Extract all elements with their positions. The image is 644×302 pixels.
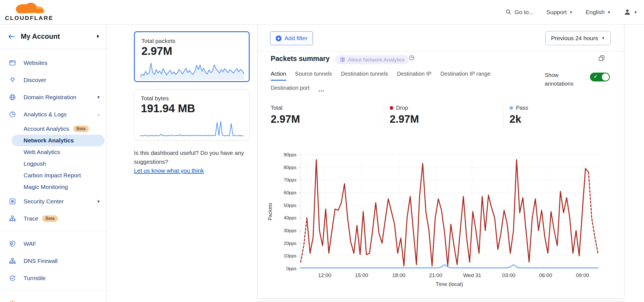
user-icon (623, 8, 631, 16)
time-range-dropdown[interactable]: Previous 24 hours ▼ (545, 31, 611, 45)
chevron-down-icon: ▼ (601, 36, 605, 40)
stat-total-label: Total (271, 105, 282, 111)
dimension-tabs-row2: Destination port... (271, 85, 324, 94)
packets-summary-panel: Add filter Previous 24 hours ▼ Packets s… (257, 25, 624, 299)
goto-search[interactable]: Go to... (505, 9, 534, 16)
domain-registration-icon (9, 94, 16, 101)
total-packets-label: Total packets (141, 38, 176, 44)
total-packets-card[interactable]: Total packets 2.97M (134, 31, 250, 82)
sidebar-item-trace[interactable]: TraceBeta (0, 210, 107, 227)
security-center-icon (9, 198, 16, 205)
tab-destination-ip[interactable]: Destination IP (397, 71, 432, 81)
svg-text:50pps: 50pps (284, 203, 296, 208)
expand-panel-icon[interactable] (598, 55, 605, 63)
chevron-down-icon: ▼ (634, 10, 637, 14)
svg-text:20pps: 20pps (284, 241, 296, 246)
packets-time-series-chart[interactable]: 0pps10pps20pps30pps40pps50pps60pps70pps8… (257, 150, 625, 294)
sidebar-item-discover[interactable]: Discover (0, 71, 107, 89)
language-label: English (585, 9, 605, 16)
legend-stats-row: Total 2.97M Drop 2.97M Pass 2k (257, 105, 624, 130)
sidebar-item-label: Discover (24, 77, 46, 83)
sidebar-divider (0, 231, 107, 231)
websites-icon (9, 59, 16, 66)
language-menu[interactable]: English ▼ (585, 9, 611, 16)
svg-text:70pps: 70pps (284, 177, 296, 183)
sidebar-item-domain-registration[interactable]: Domain Registration▼ (0, 89, 107, 106)
total-bytes-card[interactable]: Total bytes 191.94 MB (134, 89, 250, 141)
sidebar-item-label: Security Center (24, 198, 64, 205)
sidebar-item-waf[interactable]: WAF (0, 235, 107, 252)
sidebar-item-label: Trace (24, 215, 38, 222)
total-packets-value: 2.97M (141, 45, 172, 57)
sidebar-item-account-analytics[interactable]: Account AnalyticsBeta (0, 123, 107, 135)
back-arrow-icon[interactable] (7, 32, 16, 42)
more-tabs-button[interactable]: ... (318, 88, 324, 91)
discover-icon (9, 76, 16, 84)
beta-badge: Beta (42, 215, 58, 222)
cloudflare-logo[interactable]: CLOUDFLARE (5, 2, 55, 21)
tab-destination-tunnels[interactable]: Destination tunnels (341, 71, 388, 81)
feedback-text-line1: Is this dashboard useful? Do you have an… (134, 149, 253, 157)
zero-trust-icon (9, 300, 16, 302)
about-network-analytics-badge[interactable]: About Network Analytics (335, 55, 409, 64)
cloudflare-cloud-icon (5, 2, 52, 13)
feedback-link[interactable]: Let us know what you think (134, 167, 204, 174)
sidebar-item-label: Magic Monitoring (24, 184, 68, 190)
stat-drop-label: Drop (396, 105, 408, 111)
sidebar-item-carbon-impact-report[interactable]: Carbon Impact Report (0, 170, 107, 181)
stat-total: Total 2.97M (271, 105, 300, 125)
sidebar-item-label: Network Analytics (24, 137, 74, 144)
sidebar-item-label: Websites (24, 60, 47, 66)
sidebar-item-label: Carbon Impact Report (24, 172, 81, 179)
sidebar-item-label: Web Analytics (24, 149, 60, 155)
goto-label: Go to... (514, 9, 534, 16)
svg-text:18:00: 18:00 (392, 272, 405, 278)
sidebar-item-network-analytics[interactable]: Network Analytics (12, 135, 105, 146)
sidebar-item-magic-monitoring[interactable]: Magic Monitoring (0, 181, 107, 193)
tab-action[interactable]: Action (271, 71, 286, 81)
beta-badge: Beta (73, 126, 89, 132)
plus-circle-icon (275, 35, 282, 42)
svg-text:15:00: 15:00 (355, 272, 368, 278)
show-annotations-toggle[interactable]: ✓ (590, 73, 610, 81)
account-menu[interactable]: ▼ (623, 8, 637, 16)
tab-destination-ip-range[interactable]: Destination IP range (440, 71, 491, 81)
stat-drop-value: 2.97M (390, 113, 419, 125)
sidebar-item-label: Logpush (24, 160, 46, 167)
sidebar-item-security-center[interactable]: Security Center▼ (0, 193, 107, 210)
search-icon (505, 9, 512, 16)
total-bytes-label: Total bytes (141, 95, 169, 102)
svg-text:Wed 31: Wed 31 (463, 272, 481, 278)
feedback-text-line2: suggestions? (134, 157, 253, 166)
add-filter-button[interactable]: Add filter (270, 31, 313, 45)
add-filter-label: Add filter (285, 35, 308, 42)
sidebar-item-analytics-logs[interactable]: Analytics & Logs▲ (0, 106, 107, 123)
total-bytes-value: 191.94 MB (141, 102, 195, 115)
sidebar-item-websites[interactable]: Websites (0, 54, 107, 71)
sidebar-item-label: Turnstile (24, 275, 46, 281)
stat-drop: Drop 2.97M (390, 105, 419, 125)
tab-destination-port[interactable]: Destination port (271, 85, 310, 94)
sidebar-item-logpush[interactable]: Logpush (0, 158, 107, 170)
sidebar-item-label: WAF (24, 240, 36, 247)
pie-chart-icon[interactable] (409, 55, 415, 62)
sidebar-item-turnstile[interactable]: Turnstile (0, 270, 107, 287)
sidebar-item-label: Account Analytics (24, 126, 69, 132)
top-nav-actions: Go to... Support ▼ English ▼ ▼ (505, 0, 637, 24)
pass-legend-dot (509, 106, 513, 110)
waf-icon (9, 240, 16, 247)
tab-source-tunnels[interactable]: Source tunnels (295, 71, 332, 81)
sidebar-item-web-analytics[interactable]: Web Analytics (0, 146, 107, 158)
support-menu[interactable]: Support ▼ (546, 9, 573, 16)
stat-pass-label: Pass (516, 105, 528, 111)
svg-text:21:00: 21:00 (429, 272, 442, 278)
chevron-right-icon[interactable] (96, 34, 100, 40)
sidebar-nav-list: WebsitesDiscoverDomain Registration▼Anal… (0, 54, 107, 302)
svg-text:12:00: 12:00 (318, 272, 331, 278)
svg-text:03:00: 03:00 (502, 272, 516, 278)
sidebar-item-partial[interactable] (0, 295, 107, 302)
about-badge-label: About Network Analytics (348, 57, 405, 63)
sidebar-item-dns-firewall[interactable]: DNS Firewall (0, 252, 107, 270)
dns-firewall-icon (9, 257, 16, 265)
feedback-prompt: Is this dashboard useful? Do you have an… (134, 149, 253, 175)
